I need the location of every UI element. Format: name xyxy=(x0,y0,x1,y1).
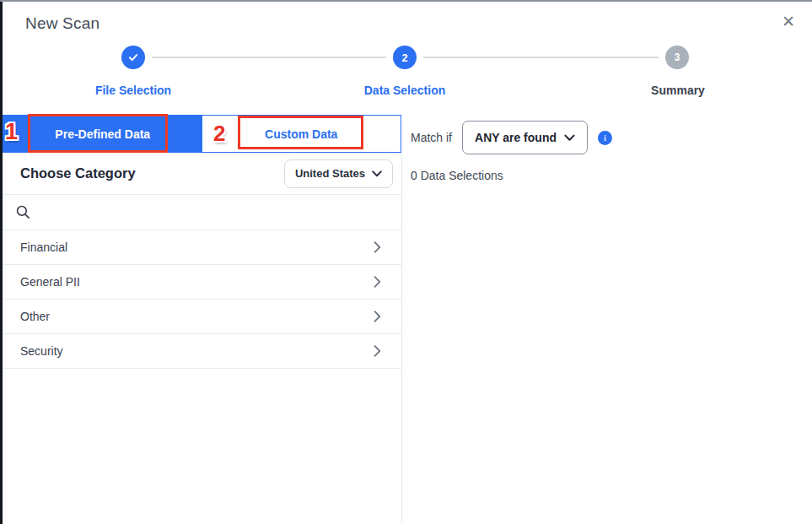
choose-category-heading: Choose Category xyxy=(20,165,136,181)
match-condition-value: ANY are found xyxy=(475,131,557,144)
new-scan-dialog: New Scan ✕ 2 3 File Selection Data Selec… xyxy=(3,2,812,524)
match-condition-row: Match if ANY are found i xyxy=(411,121,812,154)
check-icon xyxy=(127,51,139,63)
chevron-right-icon xyxy=(374,276,381,288)
selections-panel: Match if ANY are found i 0 Data Selectio… xyxy=(402,115,812,524)
category-search-row xyxy=(3,195,401,230)
category-row-financial[interactable]: Financial xyxy=(3,230,401,265)
tab-pre-defined-data[interactable]: Pre-Defined Data xyxy=(3,116,202,152)
chevron-down-icon xyxy=(564,134,575,142)
info-icon[interactable]: i xyxy=(598,131,612,145)
chevron-right-icon xyxy=(374,345,381,357)
tab-custom-data[interactable]: Custom Data xyxy=(202,116,401,152)
category-row-other[interactable]: Other xyxy=(3,300,401,334)
chevron-right-icon xyxy=(374,311,381,322)
category-label: General PII xyxy=(20,275,80,289)
dialog-title: New Scan xyxy=(25,14,99,33)
match-condition-dropdown[interactable]: ANY are found xyxy=(462,121,588,154)
chevron-right-icon xyxy=(374,241,381,253)
close-icon[interactable]: ✕ xyxy=(782,14,795,30)
category-row-general-pii[interactable]: General PII xyxy=(3,265,401,300)
step-2-circle: 2 xyxy=(393,46,417,69)
step-connector-2 xyxy=(423,57,659,58)
step-2-number: 2 xyxy=(401,51,407,64)
step-3-number: 3 xyxy=(675,51,680,63)
data-selections-count: 0 Data Selections xyxy=(411,169,812,182)
country-dropdown[interactable]: United States xyxy=(284,159,393,188)
step-1-circle xyxy=(121,46,145,69)
data-type-tabs: Pre-Defined Data Custom Data xyxy=(3,115,401,153)
search-input[interactable] xyxy=(38,195,401,230)
step-label-file-selection: File Selection xyxy=(95,84,171,97)
search-icon xyxy=(15,204,31,220)
category-header-row: Choose Category United States xyxy=(3,153,401,195)
chevron-down-icon xyxy=(372,170,382,177)
category-label: Security xyxy=(20,344,63,358)
category-label: Other xyxy=(20,310,50,323)
step-connector-1 xyxy=(152,57,386,58)
step-label-summary: Summary xyxy=(651,84,705,97)
step-3-circle: 3 xyxy=(665,46,689,69)
category-label: Financial xyxy=(20,240,67,254)
step-label-data-selection: Data Selection xyxy=(364,84,445,97)
category-panel: Choose Category United States Financial … xyxy=(3,153,401,369)
country-dropdown-value: United States xyxy=(295,167,365,180)
category-row-security[interactable]: Security xyxy=(3,334,401,369)
match-if-label: Match if xyxy=(411,131,452,144)
